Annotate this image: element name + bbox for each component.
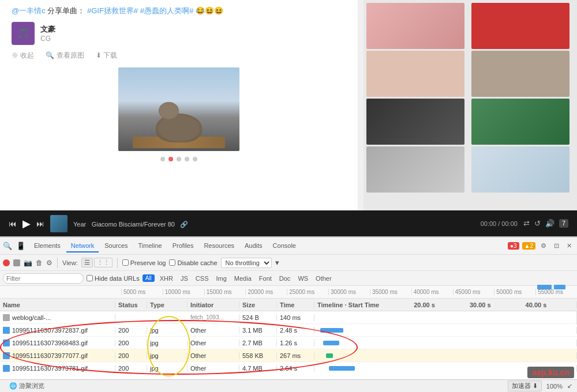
disable-cache-label: Disable cache: [177, 259, 217, 266]
volume-level[interactable]: 7: [559, 219, 568, 228]
preserve-log-input[interactable]: [122, 259, 129, 266]
filter-input[interactable]: [3, 273, 84, 284]
table-row[interactable]: 1099511163073972837.gif 200 jpg Other 3.…: [0, 324, 577, 337]
image-grid: [364, 0, 577, 195]
media-player: ⏮ ▶ ⏭ Year Giacomo Bisciami/Forever 80 🔗…: [0, 210, 577, 236]
table-row[interactable]: 1099511163073977077.gif 200 jpg Other 55…: [0, 349, 577, 362]
disable-cache-checkbox[interactable]: Disable cache: [169, 259, 217, 266]
filter-doc[interactable]: Doc: [277, 274, 293, 282]
dot-2[interactable]: [168, 157, 173, 161]
table-row[interactable]: 1099511163073968483.gif 200 jpg Other 2.…: [0, 337, 577, 349]
header-name[interactable]: Name: [0, 301, 115, 308]
filter-img[interactable]: Img: [213, 274, 228, 282]
ruler-15000: 15000 ms: [204, 289, 246, 295]
throttle-select[interactable]: No throttling GPRS Regular 2G Regular 3G…: [221, 258, 272, 268]
pagination-dots: [12, 157, 346, 161]
preserve-log-checkbox[interactable]: Preserve log: [122, 259, 166, 266]
tab-timeline[interactable]: Timeline: [134, 240, 167, 252]
ruler-45000: 45000 ms: [453, 289, 494, 295]
filter-font[interactable]: Font: [257, 274, 274, 282]
record-button[interactable]: [3, 259, 10, 266]
image-1: [366, 3, 464, 49]
next-button[interactable]: ⏭: [36, 219, 44, 228]
ruler-labels: 5000 ms 10000 ms 15000 ms 20000 ms 25000…: [121, 289, 577, 295]
action-download[interactable]: ⬇ 下载: [96, 51, 117, 61]
devtools-action-icons: ●3 ▲2 ⚙ ⊡ ✕: [508, 241, 574, 251]
image-5: [366, 99, 464, 145]
filter-js[interactable]: JS: [178, 274, 190, 282]
devtools-device-icon[interactable]: 📱: [16, 242, 25, 250]
shuffle-icon[interactable]: ⇄: [523, 219, 530, 228]
action-view-original[interactable]: 🔍 查看原图: [46, 51, 84, 61]
dot-4[interactable]: [185, 157, 189, 161]
hide-data-input[interactable]: [87, 275, 93, 281]
ruler-55000: 55000 ms: [535, 289, 577, 295]
bottom-status-text: 🌐 游聚浏览: [5, 382, 44, 390]
speaker-icon[interactable]: 🔊: [545, 219, 554, 228]
hashtag2[interactable]: #愚蠢的人类啊#: [140, 6, 193, 15]
row-name-4: 1099511163073973781.gif: [0, 365, 115, 372]
ruler-20000: 20000 ms: [245, 289, 287, 295]
ruler-30000: 30000 ms: [328, 289, 370, 295]
throttle-dropdown-icon[interactable]: ▾: [275, 258, 279, 267]
tab-resources[interactable]: Resources: [199, 240, 239, 252]
fit-page-icon[interactable]: ↙: [567, 382, 572, 390]
action-collapse[interactable]: ※ 收起: [12, 51, 34, 61]
dot-1[interactable]: [160, 157, 165, 161]
tab-sources[interactable]: Sources: [100, 240, 132, 252]
prev-button[interactable]: ⏮: [9, 219, 17, 228]
dock-icon[interactable]: ⊡: [552, 241, 561, 251]
dot-3[interactable]: [177, 157, 181, 161]
tab-console[interactable]: Console: [268, 240, 301, 252]
tab-audits[interactable]: Audits: [240, 240, 267, 252]
hide-data-label: Hide data URLs: [95, 275, 140, 282]
disable-cache-input[interactable]: [169, 259, 175, 266]
header-timeline[interactable]: Timeline · Start Time 20.00 s 30.00 s 40…: [314, 301, 577, 308]
header-size[interactable]: Size: [239, 301, 277, 308]
image-7: [366, 146, 464, 193]
filter-all[interactable]: All: [143, 274, 155, 282]
accelerator-button[interactable]: 加速器 ⬇: [508, 380, 542, 391]
filter-other[interactable]: Other: [313, 274, 334, 282]
tab-network[interactable]: Network: [66, 240, 99, 252]
list-view-button[interactable]: ☰: [81, 258, 93, 267]
filter-xhr[interactable]: XHR: [158, 274, 175, 282]
table-row[interactable]: weblog/call-... fetch_1093... 524 B 140 …: [0, 311, 577, 324]
watermark: asp.ku.cn: [527, 367, 574, 378]
stop-button[interactable]: [13, 259, 20, 266]
filter-media[interactable]: Media: [232, 274, 254, 282]
network-toolbar: 📷 🗑 ⚙ View: ☰ ⋮⋮ Preserve log Disable ca…: [0, 255, 577, 271]
camera-icon[interactable]: 📷: [24, 259, 32, 267]
play-button[interactable]: ▶: [23, 217, 31, 230]
header-initiator[interactable]: Initiator: [188, 301, 239, 308]
file-icon-2: [3, 340, 10, 346]
settings-icon[interactable]: ⚙: [538, 241, 549, 251]
close-icon[interactable]: ✕: [564, 241, 574, 251]
dot-5[interactable]: [193, 157, 197, 161]
filter-ws[interactable]: WS: [295, 274, 310, 282]
devtools-panel: 🔍 📱 Elements Network Sources Timeline Pr…: [0, 236, 577, 392]
tab-profiles[interactable]: Profiles: [168, 240, 198, 252]
view-toggle: ☰ ⋮⋮: [81, 258, 113, 267]
trash-icon[interactable]: 🗑: [36, 259, 43, 267]
header-status[interactable]: Status: [115, 301, 147, 308]
view-label: View:: [62, 259, 78, 266]
image-4: [471, 51, 569, 97]
repeat-icon[interactable]: ↺: [534, 219, 541, 228]
browser-content: @一丰情c 分享单曲： #GIF拯救世界# #愚蠢的人类啊# 😂😆😆 🎵 文豪 …: [0, 0, 577, 210]
filter-icon[interactable]: ⚙: [46, 259, 53, 267]
gif-scene: [118, 67, 239, 151]
devtools-tabbar: 🔍 📱 Elements Network Sources Timeline Pr…: [0, 238, 577, 255]
header-type[interactable]: Type: [147, 301, 188, 308]
mention[interactable]: @一丰情c: [12, 6, 46, 15]
table-row[interactable]: 1099511163073973781.gif 200 jpg Other 4.…: [0, 362, 577, 374]
animal-head: [159, 102, 179, 119]
filter-css[interactable]: CSS: [193, 274, 211, 282]
hide-data-checkbox[interactable]: Hide data URLs: [87, 275, 140, 282]
tab-elements[interactable]: Elements: [29, 240, 65, 252]
devtools-search-icon[interactable]: 🔍: [3, 242, 12, 250]
grid-view-button[interactable]: ⋮⋮: [94, 258, 113, 267]
header-time[interactable]: Time: [277, 301, 314, 308]
track-link-icon[interactable]: 🔗: [180, 221, 188, 228]
hashtag1[interactable]: #GIF拯救世界#: [87, 6, 138, 15]
